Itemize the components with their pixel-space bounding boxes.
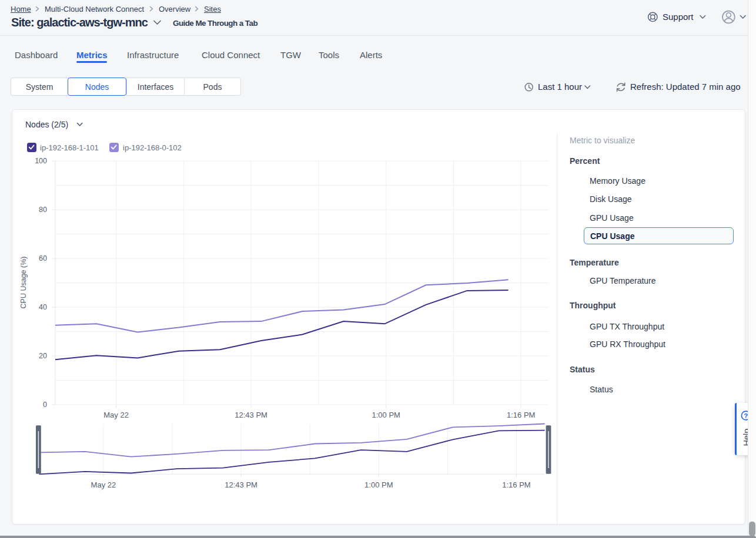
svg-text:20: 20 xyxy=(39,352,47,360)
svg-text:1:00 PM: 1:00 PM xyxy=(364,480,393,489)
svg-text:1:16 PM: 1:16 PM xyxy=(502,480,530,489)
svg-text:12:43 PM: 12:43 PM xyxy=(235,411,267,419)
svg-text:80: 80 xyxy=(39,206,47,214)
svg-text:May 22: May 22 xyxy=(91,480,116,489)
svg-text:12:43 PM: 12:43 PM xyxy=(225,480,257,489)
svg-text:1:16 PM: 1:16 PM xyxy=(507,411,535,419)
svg-text:0: 0 xyxy=(43,401,47,409)
svg-text:May 22: May 22 xyxy=(103,411,129,419)
svg-text:CPU Usage (%): CPU Usage (%) xyxy=(19,257,28,309)
svg-text:100: 100 xyxy=(35,157,47,165)
svg-text:60: 60 xyxy=(39,254,47,263)
svg-text:40: 40 xyxy=(39,303,47,311)
svg-text:1:00 PM: 1:00 PM xyxy=(372,411,400,419)
